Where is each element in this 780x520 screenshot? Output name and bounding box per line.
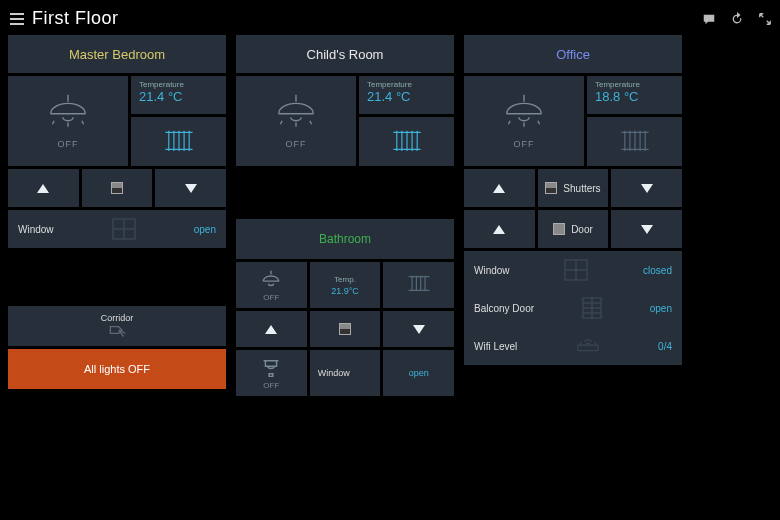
shutter-mid-button[interactable]: Shutters (538, 169, 609, 207)
toilet-state: OFF (263, 381, 279, 390)
room-title-master[interactable]: Master Bedroom (8, 35, 226, 73)
shutter-up-button[interactable] (236, 311, 307, 347)
chat-icon[interactable] (702, 12, 716, 26)
room-title-child[interactable]: Child's Room (236, 35, 454, 73)
window-status-office[interactable]: Window closed (464, 251, 682, 289)
fullscreen-icon[interactable] (758, 12, 772, 26)
temp-label: Temperature (367, 80, 446, 89)
shutter-up-button[interactable] (8, 169, 79, 207)
window-label: Window (318, 368, 350, 378)
toilet-icon (258, 357, 284, 379)
balcony-status-office[interactable]: Balcony Door open (464, 289, 682, 327)
header-actions (702, 12, 772, 26)
room-title-office[interactable]: Office (464, 35, 682, 73)
radiator-tile-child[interactable] (359, 117, 454, 166)
balcony-state: open (650, 303, 672, 314)
room-title-bathroom[interactable]: Bathroom (236, 219, 454, 259)
radiator-tile-office[interactable] (587, 117, 682, 166)
shutter-stop-button[interactable] (82, 169, 153, 207)
ceiling-lamp-icon (270, 93, 322, 137)
door-down-button[interactable] (611, 210, 682, 248)
window-state-tile[interactable]: open (383, 350, 454, 396)
light-state: OFF (286, 139, 307, 149)
temp-label: Temperature (595, 80, 674, 89)
temp-label: Temp. (334, 275, 356, 284)
window-status-bathroom[interactable]: Window (310, 350, 381, 396)
menu-icon[interactable] (10, 13, 24, 25)
wifi-value: 0/4 (658, 341, 672, 352)
shutter-down-button[interactable] (155, 169, 226, 207)
radiator-tile-bathroom[interactable] (383, 262, 454, 308)
door-up-button[interactable] (464, 210, 535, 248)
light-tile-office[interactable]: OFF (464, 76, 584, 166)
temperature-tile-bathroom[interactable]: Temp. 21.9°C (310, 262, 381, 308)
shutter-down-button[interactable] (383, 311, 454, 347)
temp-value: 18.8 °C (595, 89, 674, 104)
light-state: OFF (263, 293, 279, 302)
room-master: Master Bedroom OFF Temperature 21.4 °C (8, 35, 226, 399)
door-label: Door (571, 224, 593, 235)
dashboard-grid: Master Bedroom OFF Temperature 21.4 °C (8, 35, 772, 512)
router-icon (575, 334, 601, 358)
header: First Floor (8, 6, 772, 35)
toilet-tile[interactable]: OFF (236, 350, 307, 396)
radiator-tile-master[interactable] (131, 117, 226, 166)
window-icon (563, 258, 589, 282)
ceiling-lamp-icon (498, 93, 550, 137)
corridor-tile[interactable]: Corridor (8, 306, 226, 346)
room-child: Child's Room OFF Temperature 21.4 °C (236, 35, 454, 399)
light-tile-master[interactable]: OFF (8, 76, 128, 166)
radiator-icon (162, 129, 196, 155)
ceiling-lamp-icon (258, 269, 284, 291)
ceiling-lamp-icon (42, 93, 94, 137)
radiator-icon (390, 129, 424, 155)
shutter-down-button[interactable] (611, 169, 682, 207)
shutter-controls-master (8, 169, 226, 207)
temp-value: 21.9°C (331, 286, 359, 296)
temp-value: 21.4 °C (139, 89, 218, 104)
window-state: open (409, 368, 429, 378)
door-icon (579, 296, 605, 320)
temperature-tile-master[interactable]: Temperature 21.4 °C (131, 76, 226, 114)
door-mid-button[interactable]: Door (538, 210, 609, 248)
refresh-icon[interactable] (730, 12, 744, 26)
wifi-label: Wifi Level (474, 341, 517, 352)
window-label: Window (474, 265, 510, 276)
shutter-up-button[interactable] (464, 169, 535, 207)
radiator-icon (406, 274, 432, 296)
balcony-label: Balcony Door (474, 303, 534, 314)
shutter-controls-office: Shutters (464, 169, 682, 207)
window-state: closed (643, 265, 672, 276)
temperature-tile-child[interactable]: Temperature 21.4 °C (359, 76, 454, 114)
light-state: OFF (514, 139, 535, 149)
shutters-label: Shutters (563, 183, 600, 194)
all-lights-off-button[interactable]: All lights OFF (8, 349, 226, 389)
temp-value: 21.4 °C (367, 89, 446, 104)
window-status-master[interactable]: Window open (8, 210, 226, 248)
light-state: OFF (58, 139, 79, 149)
wifi-status-office[interactable]: Wifi Level 0/4 (464, 327, 682, 365)
light-tile-child[interactable]: OFF (236, 76, 356, 166)
room-bathroom: Bathroom OFF Temp. 21.9°C (236, 219, 454, 399)
shutter-stop-button[interactable] (310, 311, 381, 347)
corridor-label: Corridor (101, 313, 134, 323)
window-icon (111, 217, 137, 241)
radiator-icon (618, 129, 652, 155)
door-controls-office: Door (464, 210, 682, 248)
temperature-tile-office[interactable]: Temperature 18.8 °C (587, 76, 682, 114)
temp-label: Temperature (139, 80, 218, 89)
window-state: open (194, 224, 216, 235)
svg-rect-3 (578, 345, 598, 351)
app-root: First Floor Master Bedroom OFF Temperatu… (0, 0, 780, 520)
light-tile-bathroom[interactable]: OFF (236, 262, 307, 308)
page-title: First Floor (32, 8, 119, 29)
window-label: Window (18, 224, 54, 235)
spotlight-icon (107, 325, 127, 339)
room-office: Office OFF Temperature 18.8 °C (464, 35, 682, 399)
